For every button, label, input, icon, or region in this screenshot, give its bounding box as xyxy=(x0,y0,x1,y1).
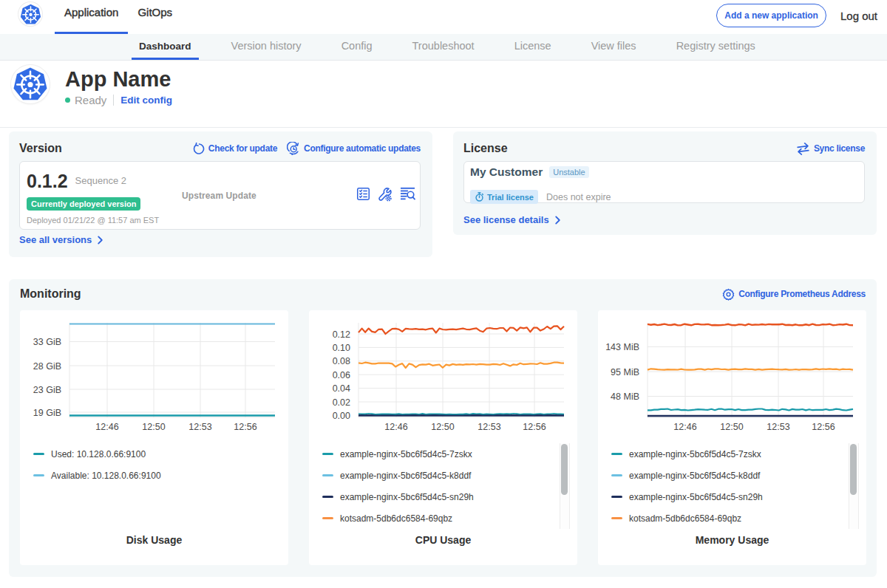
svg-text:12:56: 12:56 xyxy=(523,422,546,432)
svg-text:0.02: 0.02 xyxy=(333,397,350,408)
svg-text:95 MiB: 95 MiB xyxy=(611,367,639,377)
svg-text:0.00: 0.00 xyxy=(333,411,350,421)
svg-text:143 MiB: 143 MiB xyxy=(605,342,639,352)
svg-text:12:46: 12:46 xyxy=(95,422,118,432)
svg-text:12:50: 12:50 xyxy=(142,422,165,432)
svg-text:33 GiB: 33 GiB xyxy=(33,337,61,347)
svg-text:12:46: 12:46 xyxy=(673,422,696,432)
svg-text:12:50: 12:50 xyxy=(431,422,454,432)
svg-text:0.04: 0.04 xyxy=(333,383,350,394)
svg-text:12:53: 12:53 xyxy=(767,422,789,432)
svg-text:48 MiB: 48 MiB xyxy=(611,392,639,402)
svg-text:12:53: 12:53 xyxy=(188,422,211,432)
svg-text:12:53: 12:53 xyxy=(478,422,500,432)
svg-text:19 GiB: 19 GiB xyxy=(33,408,61,418)
svg-text:12:56: 12:56 xyxy=(812,422,835,432)
svg-text:12:56: 12:56 xyxy=(234,422,256,432)
svg-text:0.06: 0.06 xyxy=(333,370,350,380)
svg-text:12:46: 12:46 xyxy=(384,422,407,432)
svg-text:0.12: 0.12 xyxy=(333,329,350,340)
svg-text:0.08: 0.08 xyxy=(333,356,350,366)
svg-text:0.10: 0.10 xyxy=(333,343,350,353)
svg-text:28 GiB: 28 GiB xyxy=(33,361,61,372)
svg-text:23 GiB: 23 GiB xyxy=(33,385,61,395)
svg-text:12:50: 12:50 xyxy=(720,422,743,432)
